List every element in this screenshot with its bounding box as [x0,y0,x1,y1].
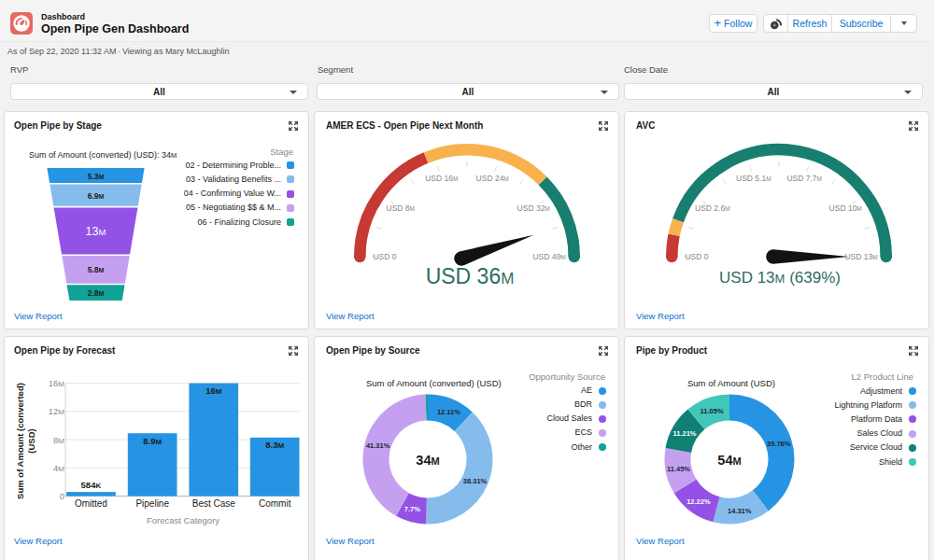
svg-text:11.45%: 11.45% [667,465,690,473]
svg-text:6.9M: 6.9M [88,191,105,201]
svg-text:0: 0 [60,491,64,501]
svg-text:13M: 13M [86,225,106,238]
svg-text:12M: 12M [49,406,65,416]
svg-text:584K: 584K [81,480,102,490]
svg-text:USD 10M: USD 10M [829,203,862,213]
svg-text:Pipeline: Pipeline [135,498,169,509]
svg-text:38.31%: 38.31% [463,477,488,485]
svg-text:USD 40M: USD 40M [532,252,565,261]
svg-text:4M: 4M [53,463,64,473]
svg-text:USD 5.1M: USD 5.1M [736,174,771,183]
svg-text:Commit: Commit [259,498,291,509]
svg-text:Omitted: Omitted [75,498,107,509]
svg-text:7.7%: 7.7% [404,505,420,513]
svg-text:16M: 16M [49,378,65,388]
svg-text:54M: 54M [717,453,741,468]
svg-text:12.22%: 12.22% [686,497,711,506]
svg-text:USD 13M: USD 13M [844,252,877,261]
svg-text:Forecast Category: Forecast Category [147,515,219,525]
svg-text:5.3M: 5.3M [88,172,105,181]
svg-text:USD 8M: USD 8M [387,203,415,213]
svg-text:14.31%: 14.31% [728,507,752,515]
svg-text:2.8M: 2.8M [88,288,105,298]
svg-text:Best Case: Best Case [192,498,236,509]
svg-text:USD 24M: USD 24M [476,174,509,183]
svg-text:16M: 16M [205,385,222,396]
svg-text:5.8M: 5.8M [88,265,105,274]
svg-text:8.3M: 8.3M [265,440,284,450]
svg-text:USD 0: USD 0 [685,252,708,261]
svg-text:12.11%: 12.11% [437,408,460,416]
svg-text:USD 2.6M: USD 2.6M [695,203,730,213]
svg-text:USD 16M: USD 16M [425,174,458,183]
svg-text:34M: 34M [416,453,439,468]
svg-text:USD 7.7M: USD 7.7M [786,174,822,183]
svg-text:11.21%: 11.21% [672,429,696,438]
svg-text:USD 0: USD 0 [373,252,396,261]
svg-text:8M: 8M [53,435,64,445]
svg-text:USD 32M: USD 32M [517,203,550,213]
svg-text:8.9M: 8.9M [143,436,162,446]
svg-text:41.31%: 41.31% [366,441,390,450]
svg-text:11.05%: 11.05% [700,407,724,415]
svg-text:39.76%: 39.76% [767,440,791,448]
